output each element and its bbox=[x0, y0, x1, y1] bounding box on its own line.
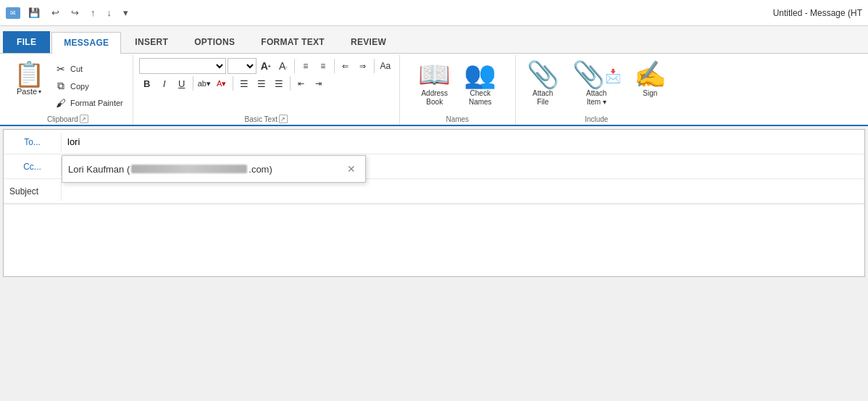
address-book-icon: 📖 bbox=[418, 62, 451, 88]
format-painter-icon: 🖌 bbox=[54, 97, 67, 109]
address-book-button[interactable]: 📖 AddressBook bbox=[413, 58, 456, 110]
paste-dropdown-arrow: ▾ bbox=[38, 88, 41, 95]
basic-text-group: A+ A- ≡ ≡ ⇐ ⇒ Aa B I U ab▾ A▾ ☰ bbox=[133, 55, 400, 125]
autocomplete-email-suffix: .com) bbox=[249, 164, 272, 175]
body-area[interactable] bbox=[4, 204, 864, 276]
text-row-2: B I U ab▾ A▾ ☰ ☰ ☰ ⇤ ⇥ bbox=[139, 75, 327, 91]
numbered-list-button[interactable]: ≡ bbox=[315, 58, 331, 74]
copy-button[interactable]: ⧉ Copy bbox=[51, 78, 127, 94]
autocomplete-dropdown: Lori Kaufman (.com) ✕ bbox=[62, 155, 366, 183]
redo-button[interactable]: ↪ bbox=[67, 5, 83, 20]
down-button[interactable]: ↓ bbox=[104, 5, 116, 20]
align-right-button[interactable]: ☰ bbox=[271, 75, 287, 91]
clipboard-group: 📋 Paste ▾ ✂ Cut ⧉ Copy 🖌 Format bbox=[3, 55, 133, 125]
attach-file-button[interactable]: 📎 AttachFile bbox=[522, 58, 564, 110]
format-painter-button[interactable]: 🖌 Format Painter bbox=[51, 95, 127, 111]
names-group: 📖 AddressBook 👥 CheckNames Names bbox=[400, 55, 516, 125]
tab-file[interactable]: FILE bbox=[3, 31, 50, 53]
compose-container: To... Lori Kaufman (.com) ✕ bbox=[0, 126, 868, 280]
ribbon-content: 📋 Paste ▾ ✂ Cut ⧉ Copy 🖌 Format bbox=[0, 54, 868, 126]
app-icon: ✉ bbox=[6, 7, 20, 19]
save-button[interactable]: 💾 bbox=[25, 5, 43, 20]
clipboard-expand-button[interactable]: ↗ bbox=[80, 115, 88, 123]
signature-button[interactable]: ✍ Sign bbox=[629, 58, 672, 102]
to-input[interactable] bbox=[62, 132, 864, 152]
italic-button[interactable]: I bbox=[157, 75, 172, 91]
subject-input[interactable] bbox=[62, 181, 864, 201]
format-painter-label: Format Painter bbox=[70, 99, 123, 107]
underline-button[interactable]: U bbox=[174, 75, 190, 91]
tab-review[interactable]: REVIEW bbox=[338, 31, 398, 53]
to-button[interactable]: To... bbox=[4, 133, 62, 152]
clipboard-group-label: Clipboard ↗ bbox=[9, 112, 127, 125]
text-direction-button[interactable]: Aa bbox=[377, 58, 393, 74]
font-color-button[interactable]: A▾ bbox=[214, 75, 230, 91]
bold-button[interactable]: B bbox=[139, 75, 155, 91]
align-left-button[interactable]: ☰ bbox=[236, 75, 252, 91]
indent-increase-button[interactable]: ⇒ bbox=[355, 58, 371, 74]
align-left2-button[interactable]: ⇤ bbox=[293, 75, 309, 91]
autocomplete-close-button[interactable]: ✕ bbox=[343, 161, 359, 177]
font-grow-button[interactable]: A+ bbox=[258, 58, 274, 74]
title-bar: ✉ 💾 ↩ ↪ ↑ ↓ ▾ Untitled - Message (HT bbox=[0, 0, 868, 26]
align-right2-button[interactable]: ⇥ bbox=[311, 75, 327, 91]
clipboard-small-buttons: ✂ Cut ⧉ Copy 🖌 Format Painter bbox=[51, 58, 127, 111]
autocomplete-email-blurred bbox=[131, 165, 247, 173]
up-button[interactable]: ↑ bbox=[87, 5, 99, 20]
separator-1 bbox=[294, 59, 295, 73]
separator-5 bbox=[233, 76, 233, 91]
basic-text-buttons: A+ A- ≡ ≡ ⇐ ⇒ Aa B I U ab▾ A▾ ☰ bbox=[139, 58, 393, 112]
names-group-label: Names bbox=[406, 112, 509, 125]
autocomplete-name: Lori Kaufman ( bbox=[68, 164, 130, 175]
bullet-list-button[interactable]: ≡ bbox=[298, 58, 314, 74]
ribbon-tabs: FILE MESSAGE INSERT OPTIONS FORMAT TEXT … bbox=[0, 26, 868, 54]
check-names-label: CheckNames bbox=[469, 89, 492, 107]
names-buttons: 📖 AddressBook 👥 CheckNames bbox=[406, 58, 509, 112]
title-bar-left: ✉ 💾 ↩ ↪ ↑ ↓ ▾ bbox=[6, 5, 132, 20]
signature-icon: ✍ bbox=[634, 62, 667, 88]
separator-6 bbox=[290, 76, 291, 91]
to-field-container: Lori Kaufman (.com) ✕ bbox=[62, 132, 864, 152]
compose-area: To... Lori Kaufman (.com) ✕ bbox=[3, 129, 865, 277]
attach-file-icon: 📎 bbox=[527, 62, 559, 88]
font-size-select[interactable] bbox=[228, 58, 256, 74]
highlight-button[interactable]: ab▾ bbox=[196, 75, 212, 91]
signature-label: Sign bbox=[643, 89, 657, 98]
window-title: Untitled - Message (HT bbox=[773, 8, 862, 18]
paste-icon: 📋 bbox=[14, 62, 44, 86]
cc-button[interactable]: Cc... bbox=[4, 157, 62, 176]
address-book-label: AddressBook bbox=[421, 89, 448, 107]
cut-icon: ✂ bbox=[54, 63, 67, 75]
tab-insert[interactable]: INSERT bbox=[122, 31, 180, 53]
font-shrink-button[interactable]: A- bbox=[275, 58, 291, 74]
attach-item-button[interactable]: 📎📩 AttachItem ▾ bbox=[567, 58, 626, 110]
subject-row: Subject bbox=[4, 179, 864, 204]
attach-item-icon: 📎📩 bbox=[572, 62, 621, 88]
check-names-icon: 👥 bbox=[464, 62, 496, 88]
indent-decrease-button[interactable]: ⇐ bbox=[338, 58, 354, 74]
basic-text-group-label: Basic Text ↗ bbox=[139, 112, 393, 125]
autocomplete-item[interactable]: Lori Kaufman (.com) bbox=[68, 164, 343, 175]
attach-file-label: AttachFile bbox=[533, 89, 553, 107]
cut-label: Cut bbox=[70, 65, 83, 73]
cut-button[interactable]: ✂ Cut bbox=[51, 61, 127, 77]
tab-message[interactable]: MESSAGE bbox=[51, 32, 121, 54]
check-names-button[interactable]: 👥 CheckNames bbox=[459, 58, 501, 110]
font-family-select[interactable] bbox=[139, 58, 226, 74]
include-buttons: 📎 AttachFile 📎📩 AttachItem ▾ ✍ Sign bbox=[522, 58, 672, 112]
paste-button[interactable]: 📋 Paste ▾ bbox=[9, 58, 49, 99]
undo-button[interactable]: ↩ bbox=[48, 5, 63, 20]
include-group-label: Include bbox=[522, 112, 672, 125]
basic-text-expand-button[interactable]: ↗ bbox=[279, 115, 288, 123]
paste-label: Paste bbox=[17, 87, 37, 96]
separator-2 bbox=[334, 59, 335, 73]
tab-format-text[interactable]: FORMAT TEXT bbox=[249, 31, 337, 53]
copy-label: Copy bbox=[70, 82, 89, 91]
separator-3 bbox=[374, 59, 375, 73]
copy-icon: ⧉ bbox=[54, 80, 67, 92]
include-group: 📎 AttachFile 📎📩 AttachItem ▾ ✍ Sign Incl… bbox=[516, 55, 677, 125]
tab-options[interactable]: OPTIONS bbox=[182, 31, 247, 53]
to-row: To... Lori Kaufman (.com) ✕ bbox=[4, 130, 864, 154]
align-center-button[interactable]: ☰ bbox=[254, 75, 270, 91]
customize-qat-button[interactable]: ▾ bbox=[120, 5, 132, 20]
